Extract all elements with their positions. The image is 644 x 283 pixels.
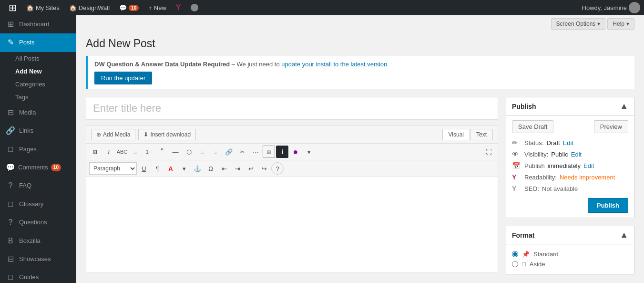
toolbar-dropdown[interactable]: ▾ [303,146,315,158]
toolbar-underline[interactable]: U [138,162,150,175]
sidebar-item-dashboard[interactable]: ⊞ Dashboard [0,15,76,33]
toolbar-fullscreen[interactable]: ⛶ [482,146,495,158]
boxzilla-icon: B [6,236,15,246]
toolbar-strikethrough[interactable]: ABC [116,146,128,158]
toolbar-align-right[interactable]: ≡ [209,146,222,158]
sidebar-item-guides[interactable]: □ Guides [0,268,76,283]
seo-icon: Y [512,185,521,192]
sidebar-label-links: Links [19,126,33,135]
add-media-label: Add Media [103,131,130,138]
save-draft-button[interactable]: Save Draft [512,120,553,133]
help-button[interactable]: Help ▾ [607,18,634,30]
sidebar-item-showcases[interactable]: ⊟ Showcases [0,250,76,268]
toolbar-ul[interactable]: ≡ [129,146,142,158]
toolbar-align-left[interactable]: ⬡ [183,146,195,158]
submenu-tags[interactable]: Tags [0,91,76,104]
status-label: Status: [524,139,543,147]
sidebar-item-links[interactable]: 🔗 Links [0,122,76,140]
editor-tabs: Visual Text [442,129,493,140]
preview-button[interactable]: Preview [594,120,628,133]
insert-download-label: Insert download [150,131,191,138]
publish-button[interactable]: Publish [588,198,628,213]
editor-toolbar-top: ⊕ Add Media ⬇ Insert download Visual [86,126,498,144]
publish-time-label: Publish [524,162,545,169]
tab-visual[interactable]: Visual [442,129,470,140]
adminbar-user[interactable]: Howdy, Jasmine [582,2,640,13]
media-icon: ⊟ [6,107,15,118]
format-title: Format [512,231,534,239]
toolbar-ol[interactable]: 1≡ [143,146,155,158]
calendar-icon: 📅 [512,162,521,169]
publish-time-edit-link[interactable]: Edit [583,162,594,169]
toolbar-undo[interactable]: ↩ [245,162,257,175]
add-media-button[interactable]: ⊕ Add Media [91,129,135,140]
seo-label: SEO: [524,185,539,192]
sidebar-item-boxzilla[interactable]: B Boxzilla [0,232,76,250]
sidebar-item-comments[interactable]: 💬 Comments 10 [0,158,76,177]
format-metabox-header[interactable]: Format ▲ [506,226,634,244]
sidebar-item-questions[interactable]: ? Questions [0,213,76,231]
toolbar-bold[interactable]: B [89,146,102,158]
new-content-button[interactable]: + New [143,0,171,15]
toolbar-info[interactable]: ℹ [276,146,288,158]
visibility-edit-link[interactable]: Edit [571,151,582,158]
wp-logo-button[interactable]: ⊞ [4,0,21,15]
sidebar-label-pages: Pages [19,145,37,154]
submenu-all-posts[interactable]: All Posts [0,52,76,65]
format-select[interactable]: Paragraph Heading 1 Heading 2 Heading 3 … [89,162,137,175]
toolbar-outdent[interactable]: ⇤ [218,162,230,175]
new-label: New [154,4,166,11]
screen-options-button[interactable]: Screen Options ▾ [551,18,606,30]
yoast-icon-button[interactable]: Y [171,0,186,15]
toolbar-color-dropdown[interactable]: ▾ [178,162,190,175]
run-updater-button[interactable]: Run the updater [94,72,152,84]
sidebar-item-faq[interactable]: ? FAQ [0,177,76,195]
user-status-icon[interactable] [186,0,203,15]
site-name-link[interactable]: 🏠 DesignWall [64,0,114,15]
sidebar-item-posts[interactable]: ✎ Posts [0,33,76,52]
toolbar-indent[interactable]: ⇥ [231,162,244,175]
toolbar-more[interactable]: ⋯ [249,146,262,158]
toolbar-link[interactable]: 🔗 [223,146,235,158]
comments-button[interactable]: 💬 10 [114,0,143,15]
sidebar-item-glossary[interactable]: □ Glossary [0,195,76,213]
toolbar-help[interactable]: ? [271,162,284,175]
toolbar-align-center[interactable]: ≡ [196,146,208,158]
toolbar-purple-circle[interactable]: ● [289,146,302,158]
publish-metabox-content: Save Draft Preview ✏ Status: Draft Edit [506,115,634,218]
my-sites-menu[interactable]: 🏠 My Sites [21,0,64,15]
toolbar-special-char[interactable]: Ω [204,162,217,175]
insert-download-button[interactable]: ⬇ Insert download [138,129,196,140]
sidebar-item-media[interactable]: ⊟ Media [0,104,76,122]
status-edit-link[interactable]: Edit [563,139,573,147]
toolbar-unlink[interactable]: ✂ [236,146,248,158]
format-standard-icon: 📌 [522,251,530,258]
toolbar-text-color[interactable]: A [164,162,177,175]
toolbar-table[interactable]: ⊞ [263,146,275,158]
sidebar-label-showcases: Showcases [19,255,51,263]
post-title-input[interactable] [86,97,498,120]
howdy-label: Howdy, Jasmine [582,4,627,11]
publish-metabox-header[interactable]: Publish ▲ [506,97,634,115]
toolbar-redo[interactable]: ↪ [258,162,270,175]
format-radio-aside[interactable] [512,261,518,267]
status-value: Draft [546,139,560,147]
help-chevron: ▾ [626,21,629,27]
readability-row: Y Readability: Needs improvement [512,173,628,181]
toolbar-hr[interactable]: — [169,146,182,158]
format-radio-standard[interactable] [512,251,518,257]
toolbar-blockquote[interactable]: " [156,146,168,158]
sidebar-item-pages[interactable]: □ Pages [0,140,76,158]
toolbar-anchor[interactable]: ⚓ [191,162,204,175]
comments-icon: 💬 [119,4,127,11]
submenu-add-new[interactable]: Add New [0,65,76,78]
toolbar-italic[interactable]: I [102,146,115,158]
format-metabox: Format ▲ 📌 Standard [506,226,634,274]
editor-content-area[interactable] [86,177,498,273]
toolbar-paragraph[interactable]: ¶ [151,162,164,175]
page-title: Add New Post [86,37,634,50]
post-editor-wrap: ⊕ Add Media ⬇ Insert download Visual [86,97,634,282]
submenu-categories[interactable]: Categories [0,78,76,91]
notice-link[interactable]: update your install to the latest versio… [281,61,387,68]
tab-text[interactable]: Text [470,129,493,140]
